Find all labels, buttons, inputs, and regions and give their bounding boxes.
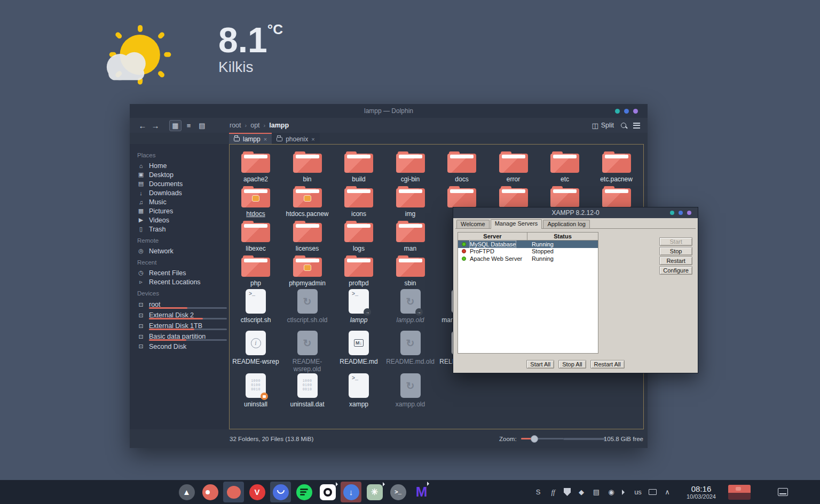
file-README.md[interactable]: M↓README.md <box>333 332 384 365</box>
folder-logs[interactable]: logs <box>333 221 384 252</box>
file-uninstall[interactable]: 100001000010uninstall <box>230 374 281 408</box>
folder-htdocs[interactable]: htdocs <box>230 186 281 218</box>
sidebar-item-videos[interactable]: ▶Videos <box>137 215 229 225</box>
folder-sbin[interactable]: sbin <box>385 255 436 287</box>
sidebar-item-recent-files[interactable]: ◷Recent Files <box>137 268 229 277</box>
sidebar-item-pictures[interactable]: ▦Pictures <box>137 206 229 215</box>
servers-table[interactable]: Server Status MySQL DatabaseRunningProFT… <box>458 232 598 354</box>
breadcrumb-root[interactable]: root <box>230 122 241 129</box>
file-xampp[interactable]: >_xampp <box>333 374 384 408</box>
chevron-up-icon[interactable]: ∧ <box>663 488 672 496</box>
server-row-apache-web-server[interactable]: Apache Web ServerRunning <box>458 255 598 262</box>
folder-licenses[interactable]: licenses <box>282 221 333 252</box>
stop-all-button[interactable]: Stop All <box>558 360 586 369</box>
file-lampp[interactable]: >_→lampp <box>333 290 384 324</box>
vpn-icon[interactable]: S <box>534 488 542 496</box>
breadcrumb-lampp[interactable]: lampp <box>269 122 289 129</box>
minimize-button[interactable] <box>670 211 674 215</box>
server-row-proftpd[interactable]: ProFTPDStopped <box>458 248 598 255</box>
m-media-app[interactable]: M <box>411 482 432 502</box>
feather-icon[interactable]: ff <box>549 488 557 497</box>
sidebar-item-second-disk[interactable]: ⊡Second Disk <box>137 342 229 351</box>
close-button[interactable] <box>633 109 638 114</box>
audio-ring-app[interactable] <box>317 482 338 502</box>
window-preview[interactable] <box>728 485 751 500</box>
tab-close-icon[interactable]: × <box>311 136 314 142</box>
terminal-app[interactable]: >_ <box>388 482 408 502</box>
folder-proftpd[interactable]: proftpd <box>333 255 384 287</box>
tab-lampp[interactable]: lampp× <box>229 133 272 144</box>
folder-php[interactable]: php <box>230 255 281 287</box>
tab-phoenix[interactable]: phoenix× <box>272 133 319 144</box>
configure-button[interactable]: Configure <box>659 266 692 275</box>
sidebar-item-external-disk-2[interactable]: ⊡External Disk 2 <box>137 310 229 321</box>
start-all-button[interactable]: Start All <box>526 360 554 369</box>
chatgpt[interactable]: ✳ <box>364 482 385 502</box>
folder-htdocs.pacnew[interactable]: htdocs.pacnew <box>282 186 333 218</box>
keyboard-layout[interactable]: us <box>634 488 642 496</box>
maximize-button[interactable] <box>624 109 629 114</box>
file-ctlscript.sh.old[interactable]: ↻ctlscript.sh.old <box>282 290 333 324</box>
dolphin-titlebar[interactable]: lampp — Dolphin <box>130 104 648 118</box>
diamond-icon[interactable]: ◆ <box>577 488 586 496</box>
minimize-button[interactable] <box>615 109 620 114</box>
folder-error[interactable]: error <box>488 151 539 183</box>
shield-icon[interactable] <box>564 488 571 496</box>
maximize-button[interactable] <box>679 211 683 215</box>
show-desktop-button[interactable] <box>778 488 788 496</box>
folder-apache2[interactable]: apache2 <box>230 151 281 183</box>
folder-libexec[interactable]: libexec <box>230 221 281 252</box>
search-icon[interactable] <box>621 123 626 128</box>
folder-bin[interactable]: bin <box>282 151 333 183</box>
launcher-app[interactable]: ▲ <box>176 482 197 502</box>
sidebar-item-basic-data-partition[interactable]: ⊡Basic data partition <box>137 331 229 342</box>
folder-cgi-bin[interactable]: cgi-bin <box>385 151 436 183</box>
folder-etc.pacnew[interactable]: etc.pacnew <box>591 151 642 183</box>
spotify[interactable] <box>294 482 314 502</box>
file-uninstall.dat[interactable]: 100001000010uninstall.dat <box>282 374 333 408</box>
xampp-tab-welcome[interactable]: Welcome <box>456 220 490 228</box>
clipboard-icon[interactable]: ▤ <box>592 488 601 496</box>
folder-build[interactable]: build <box>333 151 384 183</box>
file-xampp.old[interactable]: ↻xampp.old <box>385 374 436 408</box>
breadcrumb-opt[interactable]: opt <box>250 122 259 129</box>
sidebar-item-root[interactable]: ⊡root <box>137 299 229 310</box>
sidebar-item-trash[interactable]: ▯Trash <box>137 225 229 234</box>
sidebar-item-external-disk-1tb[interactable]: ⊡External Disk 1TB <box>137 321 229 331</box>
folder-icons[interactable]: icons <box>333 186 384 218</box>
server-row-mysql-database[interactable]: MySQL DatabaseRunning <box>458 241 598 248</box>
details-view-button[interactable]: ▤ <box>196 120 208 131</box>
display-icon[interactable] <box>649 489 657 495</box>
folder-man[interactable]: man <box>385 221 436 252</box>
sidebar-item-music[interactable]: ♫Music <box>137 197 229 206</box>
restart-all-button[interactable]: Restart All <box>590 360 625 369</box>
red-app-active[interactable] <box>223 482 244 502</box>
tab-close-icon[interactable]: × <box>264 136 267 142</box>
file-README-wsrep.old[interactable]: ↻README-wsrep.old <box>282 332 333 373</box>
folder-phpmyadmin[interactable]: phpmyadmin <box>282 255 333 287</box>
folder-docs[interactable]: docs <box>436 151 487 183</box>
sidebar-item-desktop[interactable]: ▣Desktop <box>137 170 229 179</box>
blue-down-app-active[interactable]: ↓ <box>341 482 361 502</box>
clock[interactable]: 08:16 10/03/2024 <box>687 484 716 500</box>
menu-icon[interactable] <box>633 123 640 129</box>
zoom-slider[interactable] <box>521 438 564 439</box>
icons-view-button[interactable]: ▦ <box>169 120 182 131</box>
close-button[interactable] <box>687 211 691 215</box>
record-icon[interactable]: ◉ <box>607 488 616 496</box>
forward-button[interactable]: → <box>149 121 162 130</box>
folder-etc[interactable]: etc <box>539 151 590 183</box>
back-button[interactable]: ← <box>136 121 149 130</box>
sidebar-item-recent-locations[interactable]: ▹Recent Locations <box>137 277 229 286</box>
vivaldi-browser[interactable]: V <box>247 482 267 502</box>
sidebar-item-home[interactable]: ⌂Home <box>137 161 229 170</box>
restart-button[interactable]: Restart <box>659 257 692 265</box>
xampp-titlebar[interactable]: XAMPP 8.2.12-0 <box>453 207 698 218</box>
split-button[interactable]: ◫ Split <box>592 122 614 130</box>
xampp-tab-manage-servers[interactable]: Manage Servers <box>491 219 542 229</box>
stop-button[interactable]: Stop <box>659 247 692 255</box>
sidebar-item-documents[interactable]: ▤Documents <box>137 179 229 188</box>
volume-icon[interactable] <box>622 490 627 495</box>
folder-img[interactable]: img <box>385 186 436 218</box>
sidebar-item-downloads[interactable]: ↓Downloads <box>137 188 229 197</box>
